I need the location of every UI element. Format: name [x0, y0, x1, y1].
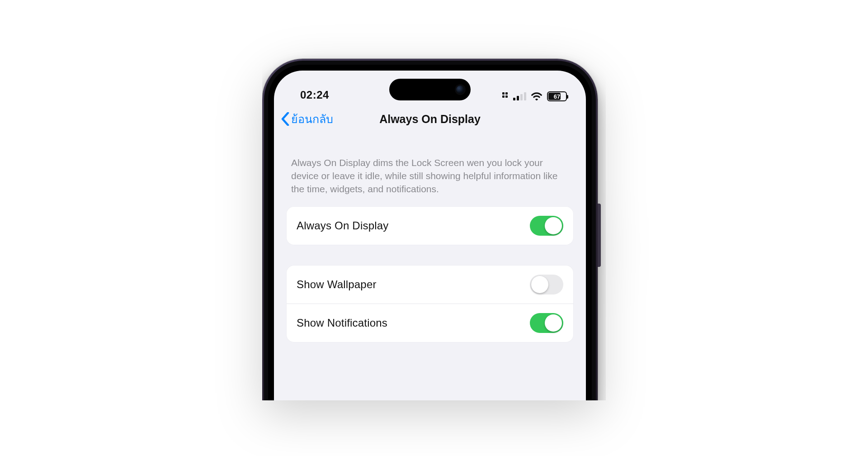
back-label: ย้อนกลับ — [291, 110, 333, 128]
chevron-left-icon — [281, 112, 289, 126]
wifi-icon — [531, 92, 542, 101]
cellular-signal-icon — [513, 92, 526, 100]
power-button — [598, 204, 601, 267]
toggle-show-notifications[interactable] — [530, 313, 563, 333]
status-right: 67 — [502, 91, 567, 101]
nav-bar: ย้อนกลับ Always On Display — [274, 105, 586, 133]
toggle-show-wallpaper[interactable] — [530, 275, 563, 294]
screen: 02:24 67 — [268, 65, 592, 400]
phone-frame: 02:24 67 — [262, 59, 598, 400]
settings-group-options: Show Wallpaper Show Notifications — [287, 266, 573, 342]
back-button[interactable]: ย้อนกลับ — [281, 105, 333, 133]
row-label: Show Notifications — [297, 317, 387, 329]
content: Always On Display dims the Lock Screen w… — [274, 133, 586, 342]
dynamic-island — [389, 79, 471, 100]
front-camera-icon — [456, 86, 464, 94]
battery-percentage: 67 — [554, 93, 560, 100]
row-show-notifications: Show Notifications — [287, 304, 573, 342]
status-time: 02:24 — [300, 89, 329, 101]
row-show-wallpaper: Show Wallpaper — [287, 266, 573, 304]
row-label: Show Wallpaper — [297, 278, 377, 291]
section-description: Always On Display dims the Lock Screen w… — [287, 157, 573, 207]
dual-sim-icon — [502, 92, 509, 100]
toggle-always-on-display[interactable] — [530, 216, 563, 236]
settings-group-main: Always On Display — [287, 207, 573, 245]
row-label: Always On Display — [297, 219, 388, 232]
battery-icon: 67 — [547, 91, 567, 101]
page-title: Always On Display — [379, 113, 481, 126]
row-always-on-display: Always On Display — [287, 207, 573, 245]
